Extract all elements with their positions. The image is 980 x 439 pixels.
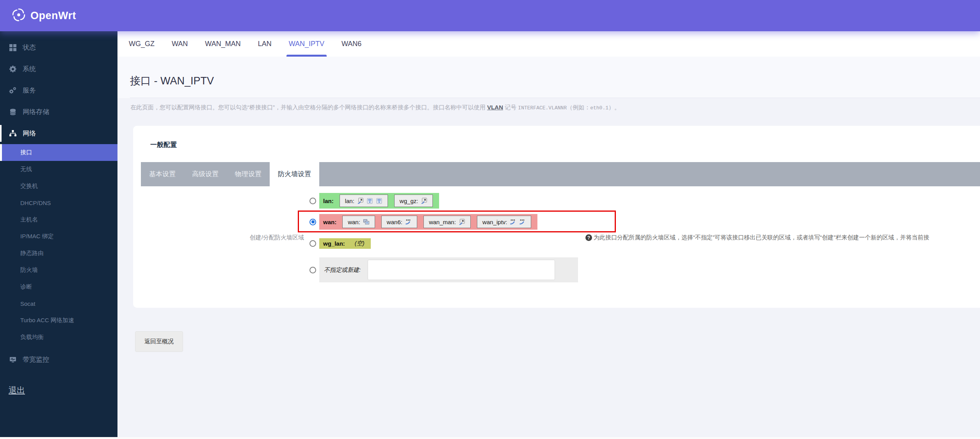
tab-wan-iptv[interactable]: WAN_IPTV — [280, 31, 333, 57]
tab-wan[interactable]: WAN — [163, 31, 196, 57]
code-interface-vlannr: INTERFACE.VLANNR — [518, 105, 567, 111]
sidebar-item-label: 服务 — [23, 86, 36, 95]
radio-zone-lan[interactable] — [309, 198, 316, 204]
sidebar-item-label: 网络 — [23, 129, 36, 138]
radio-zone-wg-lan[interactable] — [309, 240, 316, 247]
sidebar: 状态 系统 — [0, 31, 117, 437]
zone-option-lan: lan: lan: wg_gz: — [309, 193, 581, 209]
tab-wan6[interactable]: WAN6 — [333, 31, 370, 57]
monitor-icon — [9, 355, 17, 364]
tab-lan[interactable]: LAN — [249, 31, 280, 57]
sidebar-subitem-diagnostics[interactable]: 诊断 — [0, 278, 117, 295]
sidebar-subitem-interfaces[interactable]: 接口 — [0, 144, 117, 161]
tab-physical-settings[interactable]: 物理设置 — [227, 162, 270, 186]
general-config-card: 一般配置 基本设置 高级设置 物理设置 防火墙设置 创建/分配防火墙区域 lan… — [133, 126, 980, 308]
ethernet-icon — [459, 219, 465, 225]
sidebar-subitem-ip-mac-binding[interactable]: IP/MAC 绑定 — [0, 228, 117, 245]
back-to-overview-button[interactable]: 返回至概况 — [135, 331, 183, 352]
settings-tabbar: 基本设置 高级设置 物理设置 防火墙设置 — [141, 162, 980, 186]
zone-option-unspecified: 不指定或新建: — [309, 257, 581, 282]
tab-firewall-settings[interactable]: 防火墙设置 — [270, 162, 319, 186]
database-icon — [9, 108, 17, 116]
zone-chip-lan: lan: lan: wg_gz: — [319, 193, 439, 209]
field-help-text: ? 为此接口分配所属的防火墙区域，选择“不指定”可将该接口移出已关联的区域，或者… — [585, 234, 980, 241]
sidebar-subitem-turboacc[interactable]: Turbo ACC 网络加速 — [0, 312, 117, 329]
zone-chip-wan: wan: wan: wan6: wan_man: — [319, 214, 537, 230]
gears-icon — [9, 86, 17, 95]
sidebar-item-system[interactable]: 系统 — [0, 58, 117, 80]
sidebar-item-label: 网络存储 — [23, 107, 49, 116]
vlan-link[interactable]: VLAN — [487, 104, 503, 111]
ethernet-icon — [421, 198, 427, 204]
logout-link[interactable]: 退出 — [9, 385, 25, 396]
switch-icon — [363, 219, 370, 225]
horizontal-scrollbar-track[interactable] — [0, 437, 980, 439]
sidebar-subitem-static-routes[interactable]: 静态路由 — [0, 245, 117, 262]
sidebar-subitem-wireless[interactable]: 无线 — [0, 161, 117, 178]
interface-tabbar: WG_GZ WAN WAN_MAN LAN WAN_IPTV WAN6 — [117, 31, 980, 57]
interface-box-wg-gz: wg_gz: — [394, 195, 433, 207]
sidebar-item-status[interactable]: 状态 — [0, 37, 117, 58]
field-label: 创建/分配防火墙区域 — [133, 234, 309, 241]
tunnel-icon — [519, 219, 526, 225]
page-description: 在此页面，您可以配置网络接口。您可以勾选“桥接接口”，并输入由空格分隔的多个网络… — [117, 98, 980, 126]
sidebar-subitem-socat[interactable]: Socat — [0, 295, 117, 312]
brand[interactable]: OpenWrt — [12, 8, 76, 23]
sidebar-subitem-load-balancing[interactable]: 负载均衡 — [0, 329, 117, 346]
sidebar-subitem-hostnames[interactable]: 主机名 — [0, 211, 117, 228]
firewall-zone-field: 创建/分配防火墙区域 lan: lan: wg_gz: — [133, 193, 980, 282]
sidebar-item-network[interactable]: 网络 — [0, 123, 117, 144]
title-section: 接口 - WAN_IPTV — [117, 57, 980, 98]
radio-zone-unspecified[interactable] — [309, 267, 316, 273]
tab-general-settings[interactable]: 基本设置 — [141, 162, 184, 186]
tab-advanced-settings[interactable]: 高级设置 — [184, 162, 227, 186]
wifi-icon — [376, 198, 382, 204]
sidebar-item-label: 系统 — [23, 64, 36, 73]
zone-option-wg-lan: wg_lan: (空) — [309, 238, 581, 249]
sidebar-item-bandwidth-monitor[interactable]: 带宽监控 — [0, 349, 117, 370]
zone-chip-unspecified: 不指定或新建: — [319, 257, 578, 282]
radio-zone-wan[interactable] — [309, 219, 316, 225]
sidebar-item-label: 带宽监控 — [23, 355, 49, 364]
sidebar-subitem-dhcp-dns[interactable]: DHCP/DNS — [0, 195, 117, 211]
code-eth0-1: eth0.1 — [590, 105, 608, 111]
sidebar-item-label: 状态 — [23, 43, 36, 52]
top-header: OpenWrt — [0, 0, 980, 31]
page-title: 接口 - WAN_IPTV — [130, 74, 980, 88]
interface-box-wan: wan: — [342, 216, 375, 228]
interface-box-wan-man: wan_man: — [423, 216, 471, 228]
sidebar-item-storage[interactable]: 网络存储 — [0, 101, 117, 123]
ethernet-icon — [357, 198, 364, 204]
zone-empty-label: (空) — [355, 240, 365, 247]
gear-icon — [9, 65, 17, 73]
tab-wg-gz[interactable]: WG_GZ — [120, 31, 163, 57]
openwrt-logo-icon — [12, 8, 26, 23]
interface-box-wan6: wan6: — [381, 216, 417, 228]
sitemap-icon — [9, 129, 17, 138]
section-heading: 一般配置 — [150, 126, 980, 149]
new-zone-input[interactable] — [368, 260, 555, 280]
main-content: WG_GZ WAN WAN_MAN LAN WAN_IPTV WAN6 接口 -… — [117, 31, 980, 437]
sidebar-subitem-firewall[interactable]: 防火墙 — [0, 262, 117, 278]
help-icon: ? — [585, 234, 592, 241]
tunnel-icon — [405, 219, 412, 225]
interface-box-wan-iptv: wan_iptv: — [477, 216, 531, 228]
tab-wan-man[interactable]: WAN_MAN — [196, 31, 249, 57]
zone-options: lan: lan: wg_gz: — [309, 193, 581, 282]
interface-box-lan: lan: — [340, 195, 388, 207]
sidebar-item-services[interactable]: 服务 — [0, 80, 117, 101]
tunnel-icon — [510, 219, 516, 225]
zone-chip-wg-lan: wg_lan: (空) — [319, 238, 371, 249]
zone-option-wan: wan: wan: wan6: wan_man: — [309, 214, 581, 230]
wifi-icon — [366, 198, 373, 204]
sidebar-subitem-switch[interactable]: 交换机 — [0, 178, 117, 195]
brand-name: OpenWrt — [30, 10, 76, 22]
grid-icon — [9, 43, 17, 52]
